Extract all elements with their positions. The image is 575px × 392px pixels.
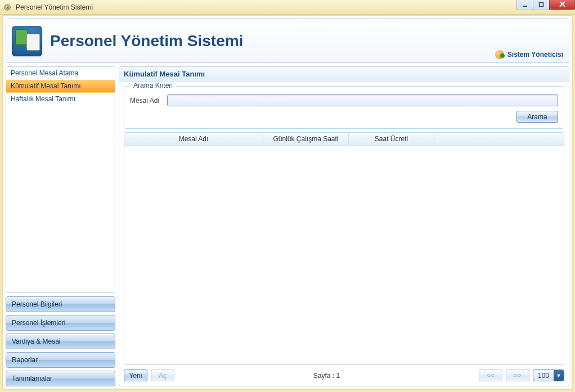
banner: Personel Yönetim Sistemi Sistem Yönetici… [6,18,569,63]
app-icon [3,3,11,11]
category-personel-islemleri[interactable]: Personel İşlemleri [6,315,115,331]
window-titlebar: Personel Yönetim Sistemi [0,0,575,15]
sidebar-item-mesai-atama[interactable]: Personel Mesai Atama [6,67,115,80]
svg-point-1 [6,6,9,9]
grid-col-gunluk-saat[interactable]: Günlük Çalışma Saati [263,133,349,145]
category-tanimlamalar[interactable]: Tanımlamalar [6,371,115,386]
svg-point-2 [7,7,8,8]
next-page-button: >> [506,370,529,381]
current-user-label: Sistem Yöneticisi [507,51,563,58]
prev-page-button: << [479,370,502,381]
user-icon [495,50,504,59]
app-frame: Personel Yönetim Sistemi Sistem Yönetici… [2,15,573,390]
svg-point-0 [5,4,11,10]
window-title: Personel Yönetim Sistemi [16,3,93,11]
grid-col-spacer [434,133,564,145]
category-personel-bilgileri[interactable]: Personel Bilgileri [6,296,115,312]
page-title: Kümulatif Mesai Tanımı [119,67,569,82]
grid-body[interactable] [124,146,564,364]
minimize-button[interactable] [516,0,533,10]
category-vardiya-mesai[interactable]: Vardiya & Mesai [6,334,115,349]
page-size-value: 100 [533,372,554,380]
new-button[interactable]: Yeni [124,370,147,381]
search-input[interactable] [167,94,558,106]
grid-header: Mesai Adı Günlük Çalışma Saati Saat Ücre… [124,133,564,146]
main-panel: Kümulatif Mesai Tanımı Arama Kriteri Mes… [119,66,569,386]
chevron-down-icon: ▼ [554,370,564,381]
sidebar-list: Personel Mesai Atama Kümulatif Mesai Tan… [6,66,115,293]
sidebar-item-kumulatif-mesai[interactable]: Kümulatif Mesai Tanımı [6,80,115,93]
current-user[interactable]: Sistem Yöneticisi [495,50,563,59]
search-legend: Arama Kriteri [130,82,176,89]
search-button[interactable]: Arama [516,111,558,123]
search-field-label: Mesai Adı [130,97,163,105]
open-button: Aç [151,370,174,381]
maximize-button[interactable] [533,0,550,10]
grid-footer: Yeni Aç Sayfa : 1 << >> 100 ▼ [124,368,564,381]
results-grid: Mesai Adı Günlük Çalışma Saati Saat Ücre… [124,132,564,365]
svg-rect-4 [540,2,543,6]
app-logo-icon [12,26,42,56]
sidebar: Personel Mesai Atama Kümulatif Mesai Tan… [6,66,115,386]
close-button[interactable] [549,0,575,10]
sidebar-categories: Personel Bilgileri Personel İşlemleri Va… [6,296,115,386]
page-size-select[interactable]: 100 ▼ [533,370,564,381]
grid-col-saat-ucreti[interactable]: Saat Ücreti [349,133,434,145]
category-raporlar[interactable]: Raporlar [6,352,115,368]
search-criteria-box: Arama Kriteri Mesai Adı Arama [124,86,564,129]
window-controls [517,0,575,10]
sidebar-item-haftalik-mesai[interactable]: Haftalık Mesai Tanımı [6,93,115,106]
page-indicator: Sayfa : 1 [313,372,340,380]
grid-col-mesai-adi[interactable]: Mesai Adı [124,133,263,145]
svg-rect-3 [523,6,527,7]
app-title: Personel Yönetim Sistemi [50,32,243,50]
